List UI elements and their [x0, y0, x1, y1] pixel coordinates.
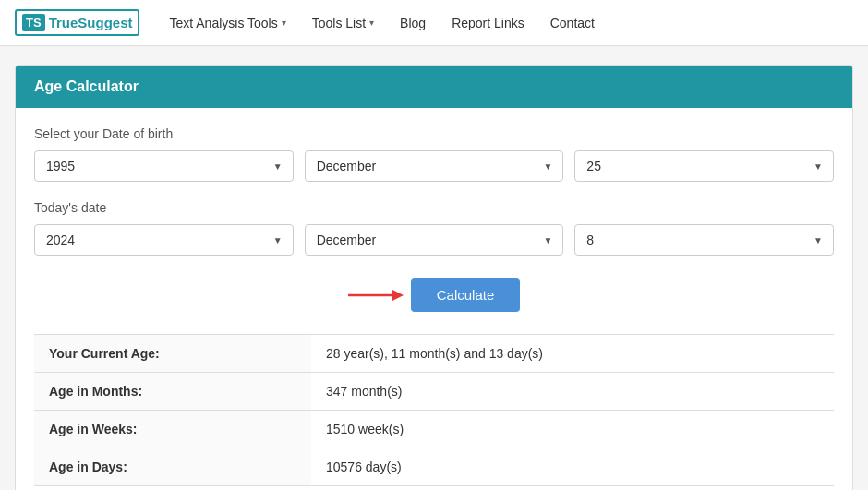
results-table: Your Current Age:28 year(s), 11 month(s)…	[34, 334, 834, 486]
nav-tools-list-label: Tools List	[312, 16, 366, 30]
table-row: Age in Days:10576 day(s)	[34, 448, 834, 486]
today-label: Today's date	[34, 200, 834, 215]
arrow-indicator	[348, 284, 404, 306]
table-row: Age in Months:347 month(s)	[34, 373, 834, 411]
dob-year-select[interactable]: 1990199119921993 199419951996 1997199819…	[34, 150, 294, 182]
table-row: Age in Weeks:1510 week(s)	[34, 411, 834, 448]
dob-dropdowns-row: 1990199119921993 199419951996 1997199819…	[34, 150, 834, 182]
result-label: Age in Weeks:	[34, 411, 311, 448]
nav-tools-list-chevron-icon: ▾	[369, 18, 374, 28]
main-content: Age Calculator Select your Date of birth…	[0, 46, 868, 490]
table-row: Your Current Age:28 year(s), 11 month(s)…	[34, 335, 834, 373]
today-month-wrapper: JanuaryFebruaryMarch AprilMayJune JulyAu…	[305, 224, 564, 256]
nav-contact-label: Contact	[550, 16, 595, 30]
result-label: Age in Months:	[34, 373, 311, 411]
today-dropdowns-row: 202020212022 20232024 JanuaryFebruaryMar…	[34, 224, 834, 256]
dob-day-wrapper: 1234 5678 9101112 13141516 17181920 2122…	[574, 150, 834, 182]
logo-icon: TS	[22, 14, 45, 31]
navbar: TS TrueSuggest Text Analysis Tools ▾ Too…	[0, 0, 868, 46]
logo[interactable]: TS TrueSuggest	[15, 9, 139, 36]
dob-label: Select your Date of birth	[34, 126, 834, 141]
today-year-wrapper: 202020212022 20232024	[34, 224, 294, 256]
age-calculator-card: Age Calculator Select your Date of birth…	[15, 65, 853, 490]
card-header-title: Age Calculator	[34, 78, 139, 94]
nav-item-text-analysis[interactable]: Text Analysis Tools ▾	[158, 10, 296, 36]
result-value: 10576 day(s)	[311, 448, 834, 486]
nav-text-analysis-chevron-icon: ▾	[282, 18, 286, 28]
logo-text: TrueSuggest	[49, 15, 133, 30]
calculate-button[interactable]: Calculate	[411, 278, 521, 312]
svg-marker-1	[392, 290, 404, 301]
result-label: Age in Days:	[34, 448, 311, 486]
nav-item-tools-list[interactable]: Tools List ▾	[301, 10, 385, 36]
nav-item-report-links[interactable]: Report Links	[440, 10, 536, 36]
today-month-select[interactable]: JanuaryFebruaryMarch AprilMayJune JulyAu…	[305, 224, 564, 256]
dob-month-select[interactable]: JanuaryFebruaryMarch AprilMayJune JulyAu…	[305, 150, 564, 182]
nav-items: Text Analysis Tools ▾ Tools List ▾ Blog …	[158, 10, 605, 36]
result-value: 1510 week(s)	[311, 411, 834, 448]
card-header: Age Calculator	[16, 66, 852, 108]
dob-day-select[interactable]: 1234 5678 9101112 13141516 17181920 2122…	[574, 150, 834, 182]
nav-report-links-label: Report Links	[452, 16, 524, 30]
arrow-icon	[348, 284, 404, 306]
nav-item-contact[interactable]: Contact	[539, 10, 606, 36]
dob-month-wrapper: JanuaryFebruaryMarch AprilMayJune JulyAu…	[305, 150, 564, 182]
today-day-select[interactable]: 1234 5678 9101112 13141516 17181920 2122…	[574, 224, 834, 256]
card-body: Select your Date of birth 19901991199219…	[16, 108, 852, 490]
today-day-wrapper: 1234 5678 9101112 13141516 17181920 2122…	[574, 224, 834, 256]
nav-item-blog[interactable]: Blog	[389, 10, 437, 36]
nav-blog-label: Blog	[400, 16, 426, 30]
result-label: Your Current Age:	[34, 335, 311, 373]
dob-year-wrapper: 1990199119921993 199419951996 1997199819…	[34, 150, 294, 182]
result-value: 28 year(s), 11 month(s) and 13 day(s)	[311, 335, 834, 373]
result-value: 347 month(s)	[311, 373, 834, 411]
nav-text-analysis-label: Text Analysis Tools	[169, 16, 277, 30]
today-year-select[interactable]: 202020212022 20232024	[34, 224, 294, 256]
calculate-row: Calculate	[34, 274, 834, 316]
